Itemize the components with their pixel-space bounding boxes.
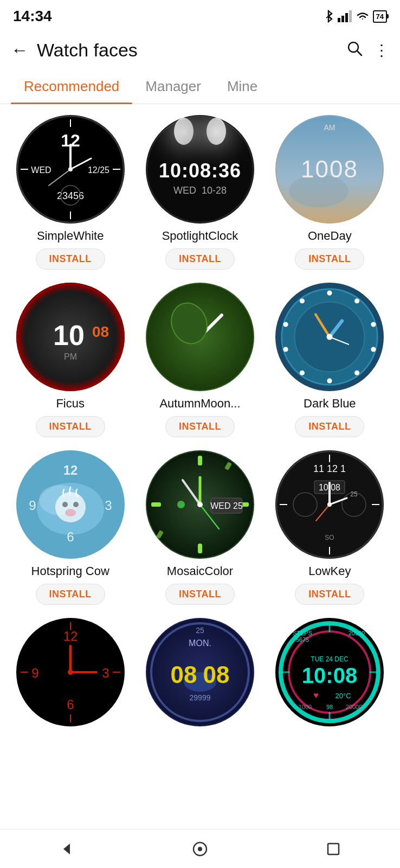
watch-face-preview: AM 1008 bbox=[275, 115, 384, 224]
list-item: 11 12 1 10:08 25 SO LowKey INSTALL bbox=[268, 450, 391, 605]
header-actions: ⋮ bbox=[346, 40, 389, 61]
install-lowkey[interactable]: INSTALL bbox=[295, 584, 364, 605]
install-oneday[interactable]: INSTALL bbox=[295, 248, 364, 270]
svg-point-45 bbox=[327, 378, 332, 383]
svg-point-43 bbox=[371, 347, 376, 352]
more-button[interactable]: ⋮ bbox=[374, 41, 389, 59]
svg-point-75 bbox=[177, 501, 185, 508]
watch-face-lowkey[interactable]: 11 12 1 10:08 25 SO bbox=[275, 450, 384, 559]
svg-text:98: 98 bbox=[326, 704, 333, 710]
list-item: WED 25 MosaicColor INSTALL bbox=[138, 450, 261, 605]
svg-text:1000: 1000 bbox=[299, 704, 312, 710]
svg-point-62 bbox=[55, 492, 86, 522]
watch-face-hotspring[interactable]: 12 9 3 6 bbox=[16, 450, 125, 559]
list-item: 10:08:36 WED 10-28 SpotlightClock INSTAL… bbox=[138, 115, 261, 270]
svg-rect-0 bbox=[338, 18, 340, 22]
watch-name-darkblue: Dark Blue bbox=[304, 397, 356, 411]
nav-recents-button[interactable] bbox=[317, 833, 350, 865]
install-mosaiccolor[interactable]: INSTALL bbox=[165, 584, 235, 605]
nav-back-button[interactable] bbox=[50, 833, 83, 865]
svg-text:6: 6 bbox=[67, 529, 74, 544]
watch-face-neon[interactable]: STEPS 5675 20000 TUE 24 DEC 10:08 ♥ 20°C… bbox=[275, 618, 384, 726]
svg-rect-67 bbox=[198, 456, 202, 465]
watch-face-preview: 25 MON. 08 08 29999 bbox=[146, 618, 254, 726]
list-item: 10 08 PM Ficus INSTALL bbox=[9, 283, 132, 437]
svg-text:08: 08 bbox=[92, 323, 109, 340]
list-item: 12 3 6 9 bbox=[9, 618, 132, 732]
svg-text:3: 3 bbox=[105, 498, 112, 513]
search-icon bbox=[346, 40, 363, 57]
svg-point-95 bbox=[327, 502, 332, 507]
install-ficus[interactable]: INSTALL bbox=[36, 416, 105, 437]
svg-text:11  12  1: 11 12 1 bbox=[313, 463, 346, 474]
svg-rect-2 bbox=[345, 13, 348, 22]
tab-manager[interactable]: Manager bbox=[132, 69, 214, 104]
watch-face-darkblue[interactable] bbox=[275, 283, 384, 391]
list-item: AM 1008 OneDay INSTALL bbox=[268, 115, 391, 270]
svg-text:WED  10-28: WED 10-28 bbox=[173, 185, 227, 196]
watch-face-preview: 10 08 PM bbox=[16, 283, 125, 391]
svg-text:10:08: 10:08 bbox=[302, 663, 357, 687]
install-simplewhite[interactable]: INSTALL bbox=[36, 248, 105, 270]
install-hotspring[interactable]: INSTALL bbox=[36, 584, 105, 605]
svg-text:MON.: MON. bbox=[189, 639, 211, 648]
tab-mine[interactable]: Mine bbox=[214, 69, 270, 104]
watch-face-oneday[interactable]: AM 1008 bbox=[275, 115, 384, 224]
watch-face-red[interactable]: 12 3 6 9 bbox=[16, 618, 125, 726]
watch-name-spotlightclock: SpotlightClock bbox=[162, 229, 238, 243]
svg-text:3: 3 bbox=[102, 666, 109, 680]
install-spotlightclock[interactable]: INSTALL bbox=[165, 248, 235, 270]
watch-faces-grid: 12 23456 WED 12/25 SimpleWhite INSTALL bbox=[0, 115, 400, 743]
svg-text:25: 25 bbox=[196, 626, 204, 635]
watch-face-preview bbox=[146, 283, 254, 391]
watch-name-simplewhite: SimpleWhite bbox=[37, 229, 104, 243]
svg-text:12: 12 bbox=[63, 463, 78, 477]
svg-rect-3 bbox=[349, 10, 352, 22]
header: ← Watch faces ⋮ bbox=[0, 30, 400, 69]
status-bar: 14:34 74 bbox=[0, 0, 400, 30]
svg-rect-69 bbox=[151, 502, 161, 507]
svg-text:10: 10 bbox=[53, 320, 85, 351]
watch-face-preview: WED 25 bbox=[146, 450, 254, 559]
watch-face-mosaiccolor[interactable]: WED 25 bbox=[146, 450, 254, 559]
svg-point-18 bbox=[68, 167, 73, 171]
watch-face-spotlightclock[interactable]: 10:08:36 WED 10-28 bbox=[146, 115, 254, 224]
svg-text:PM: PM bbox=[64, 352, 77, 361]
watch-face-preview: STEPS 5675 20000 TUE 24 DEC 10:08 ♥ 20°C… bbox=[275, 618, 384, 726]
watch-name-hotspring: Hotspring Cow bbox=[31, 564, 109, 578]
back-button[interactable]: ← bbox=[11, 41, 28, 59]
search-button[interactable] bbox=[346, 40, 363, 61]
svg-text:10:08:36: 10:08:36 bbox=[159, 159, 241, 182]
svg-text:TUE 24  DEC: TUE 24 DEC bbox=[311, 655, 349, 663]
svg-text:12/25: 12/25 bbox=[88, 165, 109, 175]
install-darkblue[interactable]: INSTALL bbox=[295, 416, 364, 437]
svg-point-64 bbox=[73, 502, 79, 507]
watch-face-autumnmoon[interactable] bbox=[146, 283, 254, 391]
watch-name-oneday: OneDay bbox=[308, 229, 352, 243]
watch-face-08[interactable]: 25 MON. 08 08 29999 bbox=[146, 618, 254, 726]
tab-recommended[interactable]: Recommended bbox=[11, 69, 132, 104]
svg-text:SO: SO bbox=[325, 534, 334, 541]
watch-name-autumnmoon: AutumnMoon... bbox=[159, 397, 240, 411]
list-item: 12 9 3 6 Hotspring Cow INSTALL bbox=[9, 450, 132, 605]
svg-text:AM: AM bbox=[324, 123, 336, 132]
watch-face-ficus[interactable]: 10 08 PM bbox=[16, 283, 125, 391]
status-time: 14:34 bbox=[13, 8, 52, 25]
svg-rect-1 bbox=[341, 16, 344, 22]
nav-home-button[interactable] bbox=[184, 833, 216, 865]
wifi-icon bbox=[356, 11, 370, 22]
svg-text:♥: ♥ bbox=[314, 691, 319, 700]
watch-face-simplewhite[interactable]: 12 23456 WED 12/25 bbox=[16, 115, 125, 224]
watch-name-mosaiccolor: MosaicColor bbox=[167, 564, 233, 578]
svg-point-48 bbox=[283, 322, 288, 327]
svg-text:STEPS: STEPS bbox=[293, 630, 312, 636]
svg-point-63 bbox=[62, 502, 68, 507]
svg-text:20°C: 20°C bbox=[336, 692, 351, 700]
battery-indicator: 74 bbox=[373, 10, 387, 23]
svg-point-40 bbox=[327, 290, 332, 295]
navigation-bar bbox=[0, 829, 400, 868]
install-autumnmoon[interactable]: INSTALL bbox=[165, 416, 235, 437]
svg-rect-136 bbox=[328, 844, 339, 854]
recents-nav-icon bbox=[326, 842, 340, 856]
svg-point-41 bbox=[354, 298, 359, 303]
